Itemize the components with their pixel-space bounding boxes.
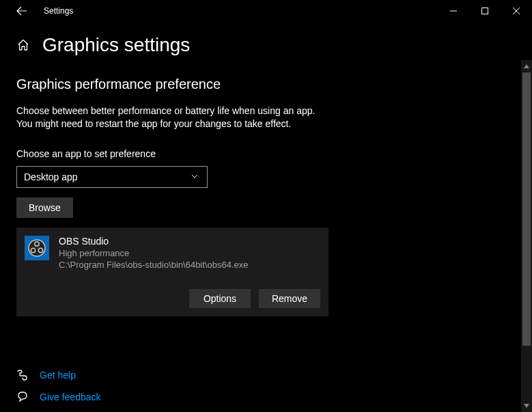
svg-rect-0 [482, 8, 488, 14]
help-link-row: Get help [16, 369, 101, 381]
help-icon [16, 369, 29, 381]
options-button[interactable]: Options [189, 289, 251, 308]
maximize-icon [481, 8, 488, 14]
description-line1: Choose between better performance or bat… [16, 105, 315, 116]
home-icon[interactable] [16, 38, 30, 52]
svg-point-1 [29, 240, 45, 256]
description-line2: You might need to restart the app for yo… [16, 118, 291, 129]
give-feedback-link[interactable]: Give feedback [40, 392, 101, 402]
app-details: OBS Studio High performance C:\Program F… [59, 236, 248, 270]
minimize-icon [450, 8, 457, 14]
section-description: Choose between better performance or bat… [16, 105, 516, 131]
remove-button[interactable]: Remove [259, 289, 320, 308]
app-name: OBS Studio [59, 236, 248, 247]
page-header: Graphics settings [16, 34, 516, 56]
chevron-down-icon [191, 171, 199, 183]
scroll-up-arrow[interactable] [521, 60, 532, 72]
app-actions: Options Remove [25, 289, 320, 308]
close-button[interactable] [501, 0, 532, 22]
page-title: Graphics settings [42, 34, 190, 56]
titlebar: Settings [0, 0, 532, 22]
app-performance: High performance [59, 248, 248, 258]
minimize-button[interactable] [438, 0, 469, 22]
app-icon [25, 236, 49, 260]
feedback-icon [16, 391, 29, 403]
section-title: Graphics performance preference [16, 77, 516, 92]
window-controls [438, 0, 532, 22]
maximize-button[interactable] [469, 0, 501, 22]
scrollbar[interactable] [521, 60, 532, 412]
browse-button[interactable]: Browse [16, 197, 73, 218]
back-button[interactable] [11, 0, 33, 22]
app-card: OBS Studio High performance C:\Program F… [16, 228, 328, 316]
content-area: Graphics settings Graphics performance p… [0, 22, 532, 316]
app-type-dropdown[interactable]: Desktop app [16, 166, 208, 188]
get-help-link[interactable]: Get help [40, 370, 76, 381]
scroll-thumb[interactable] [522, 72, 531, 346]
obs-icon [27, 238, 46, 258]
back-arrow-icon [16, 5, 27, 16]
app-path: C:\Program Files\obs-studio\bin\64bit\ob… [59, 260, 248, 270]
close-icon [513, 8, 520, 14]
dropdown-value: Desktop app [24, 171, 191, 182]
app-info: OBS Studio High performance C:\Program F… [25, 236, 320, 270]
dropdown-label: Choose an app to set preference [16, 148, 516, 159]
window-title: Settings [44, 6, 73, 16]
feedback-link-row: Give feedback [16, 391, 101, 403]
scroll-down-arrow[interactable] [521, 400, 532, 412]
footer-links: Get help Give feedback [16, 369, 101, 412]
